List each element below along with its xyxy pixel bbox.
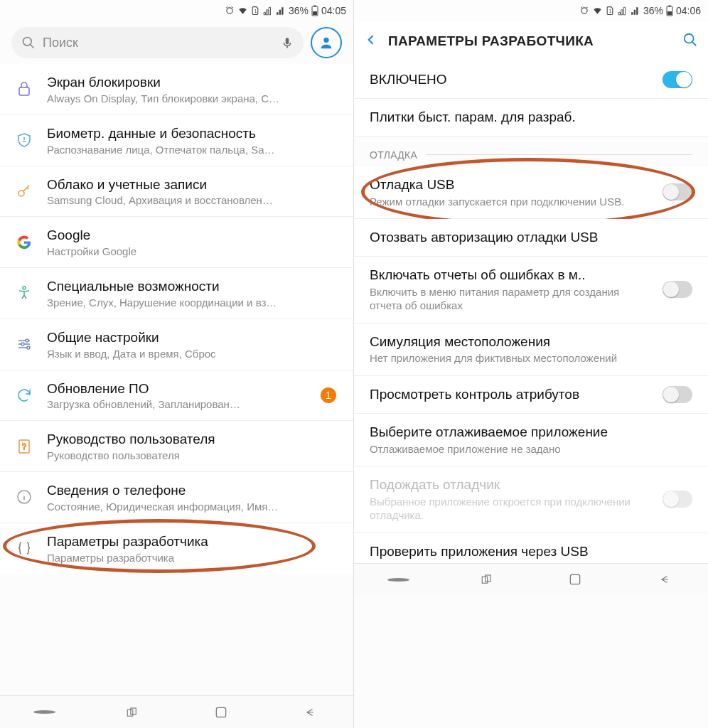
nav-bar (0, 695, 353, 728)
screenshot-developer-options: 1 36% 04:06 ПАРАМЕТРЫ РАЗРАБОТЧИКА ВКЛЮЧ… (354, 0, 708, 728)
nav-recents[interactable] (88, 706, 176, 719)
row-title: Подождать отладчик (370, 476, 653, 493)
svg-point-10 (21, 343, 24, 346)
search-header: Поиск (0, 21, 353, 64)
signal-icon (618, 6, 628, 16)
item-software-update[interactable]: Обновление ПОЗагрузка обновлений, Заплан… (0, 370, 353, 422)
item-manual[interactable]: ? Руководство пользователяРуководство по… (0, 421, 353, 472)
item-sub: Зрение, Слух, Нарушение координации и вз… (47, 296, 339, 309)
row-title: Просмотреть контроль атрибутов (370, 386, 653, 403)
row-title: Плитки быст. парам. для разраб. (370, 109, 692, 126)
row-view-attrib[interactable]: Просмотреть контроль атрибутов (354, 376, 708, 414)
update-icon (14, 385, 34, 405)
item-title: Руководство пользователя (47, 431, 339, 448)
item-title: Google (47, 227, 339, 244)
item-title: Экран блокировки (47, 74, 339, 91)
row-revoke-auth[interactable]: Отозвать авторизацию отладки USB (354, 219, 708, 257)
wifi-icon (592, 6, 603, 16)
back-button[interactable] (364, 33, 378, 50)
row-enabled[interactable]: ВКЛЮЧЕНО (354, 61, 708, 99)
row-sub: Отлаживаемое приложение не задано (370, 442, 692, 456)
item-about-phone[interactable]: Сведения о телефонеСостояние, Юридическа… (0, 472, 353, 523)
item-sub: Загрузка обновлений, Запланирован… (47, 398, 308, 410)
row-title: Отладка USB (370, 176, 653, 193)
mic-icon[interactable] (281, 36, 294, 50)
search-placeholder: Поиск (43, 36, 274, 50)
sim-icon: 1 (251, 6, 260, 16)
svg-point-7 (18, 191, 24, 196)
header: ПАРАМЕТРЫ РАЗРАБОТЧИКА (354, 21, 708, 61)
alarm-icon (579, 6, 589, 16)
row-sub: Выбранное приложение откроется при подкл… (370, 495, 653, 523)
row-title: Проверить приложения через USB (370, 543, 692, 560)
settings-list: Экран блокировкиAlways On Display, Тип б… (0, 64, 353, 695)
row-mock-location[interactable]: Симуляция местоположенияНет приложения д… (354, 323, 708, 376)
row-sub: Режим отладки запускается при подключени… (370, 195, 653, 209)
item-lock-screen[interactable]: Экран блокировкиAlways On Display, Тип б… (0, 64, 353, 115)
nav-menu[interactable] (0, 710, 88, 714)
item-google[interactable]: GoogleНастройки Google (0, 217, 353, 268)
nav-back[interactable] (620, 573, 709, 586)
row-verify-usb[interactable]: Проверить приложения через USB (354, 533, 708, 563)
item-title: Сведения о телефоне (47, 482, 339, 499)
svg-point-9 (26, 339, 28, 342)
shield-icon (14, 130, 34, 150)
accessibility-icon (14, 283, 34, 303)
info-icon (14, 487, 34, 507)
battery-icon (666, 5, 673, 16)
nav-bar (354, 563, 708, 596)
section-debug: ОТЛАДКА (354, 136, 708, 166)
svg-rect-17 (216, 707, 225, 717)
row-select-debug-app[interactable]: Выберите отлаживаемое приложениеОтлажива… (354, 414, 708, 466)
svg-rect-23 (482, 577, 488, 583)
svg-point-4 (23, 38, 32, 46)
item-biometrics[interactable]: Биометр. данные и безопасностьРаспознава… (0, 115, 353, 166)
toggle-view-attrib[interactable] (663, 386, 692, 403)
status-bar: 1 36% 04:06 (354, 0, 708, 21)
status-bar: 1 36% 04:05 (0, 0, 353, 21)
row-sub: Нет приложения для фиктивных местоположе… (370, 351, 692, 365)
nav-home[interactable] (177, 705, 265, 719)
alarm-icon (225, 6, 235, 16)
battery-pct: 36% (289, 5, 309, 16)
toggle-usb-debug[interactable] (663, 183, 692, 200)
svg-rect-21 (667, 11, 672, 15)
item-title: Облако и учетные записи (47, 176, 339, 193)
row-bug-reports[interactable]: Включать отчеты об ошибках в м..Включить… (354, 257, 708, 323)
item-accessibility[interactable]: Специальные возможностиЗрение, Слух, Нар… (0, 268, 353, 319)
row-title: Симуляция местоположения (370, 333, 692, 350)
row-usb-debug[interactable]: Отладка USBРежим отладки запускается при… (354, 166, 708, 219)
search-icon (21, 36, 36, 50)
wifi-icon (237, 6, 248, 16)
row-title: ВКЛЮЧЕНО (370, 71, 653, 88)
nav-menu[interactable] (354, 578, 443, 582)
svg-point-5 (323, 38, 328, 43)
signal-icon (263, 6, 273, 16)
toggle-enabled[interactable] (663, 71, 692, 88)
item-cloud-accounts[interactable]: Облако и учетные записиSamsung Cloud, Ар… (0, 166, 353, 218)
profile-button[interactable] (311, 27, 342, 58)
user-icon (318, 35, 334, 50)
item-title: Параметры разработчика (47, 533, 339, 550)
item-title: Биометр. данные и безопасность (47, 125, 339, 142)
row-wait-debugger: Подождать отладчикВыбранное приложение о… (354, 466, 708, 533)
toggle-bug-reports[interactable] (663, 281, 692, 298)
braces-icon (14, 538, 34, 558)
sim-icon: 1 (606, 6, 615, 16)
clock: 04:06 (676, 5, 701, 16)
search-input[interactable]: Поиск (11, 27, 304, 58)
row-tiles[interactable]: Плитки быст. парам. для разраб. (354, 99, 708, 136)
nav-back[interactable] (265, 706, 353, 719)
svg-point-11 (27, 346, 30, 349)
item-general[interactable]: Общие настройкиЯзык и ввод, Дата и время… (0, 319, 353, 370)
update-badge: 1 (321, 387, 336, 403)
svg-rect-25 (571, 574, 580, 584)
item-developer-options[interactable]: Параметры разработчикаПараметры разработ… (0, 523, 353, 574)
row-title: Отозвать авторизацию отладки USB (370, 229, 692, 246)
svg-point-8 (23, 287, 26, 289)
key-icon (14, 181, 34, 201)
nav-home[interactable] (531, 572, 620, 587)
svg-rect-15 (128, 710, 134, 716)
nav-recents[interactable] (443, 573, 532, 586)
search-button[interactable] (682, 32, 698, 50)
